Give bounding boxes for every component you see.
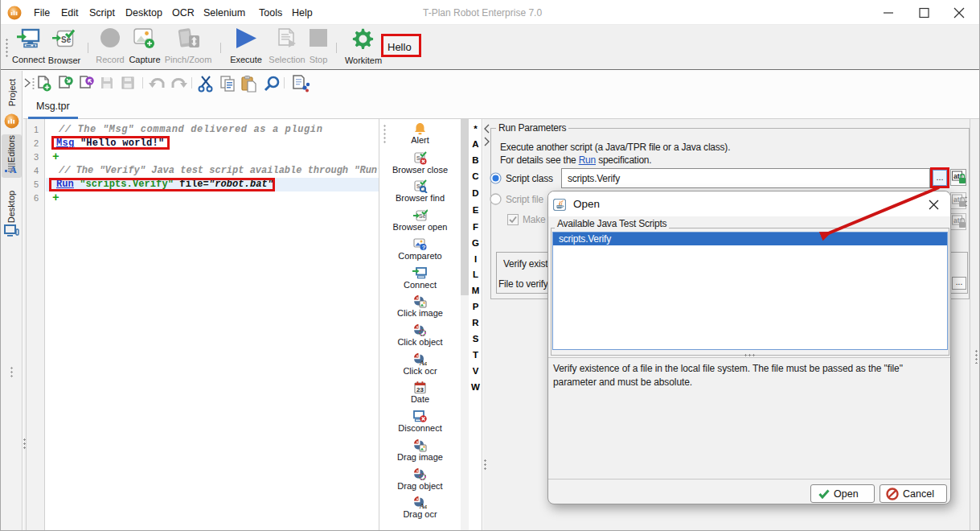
svg-text:at: at — [953, 216, 960, 224]
svg-text:A: A — [10, 164, 17, 175]
svg-text:Aa: Aa — [419, 502, 427, 509]
svg-text:at: at — [953, 196, 960, 204]
svg-text:Aa: Aa — [419, 359, 427, 366]
svg-text:23: 23 — [416, 386, 424, 393]
svg-text:at: at — [953, 172, 960, 180]
svg-text:?: ? — [421, 244, 425, 251]
